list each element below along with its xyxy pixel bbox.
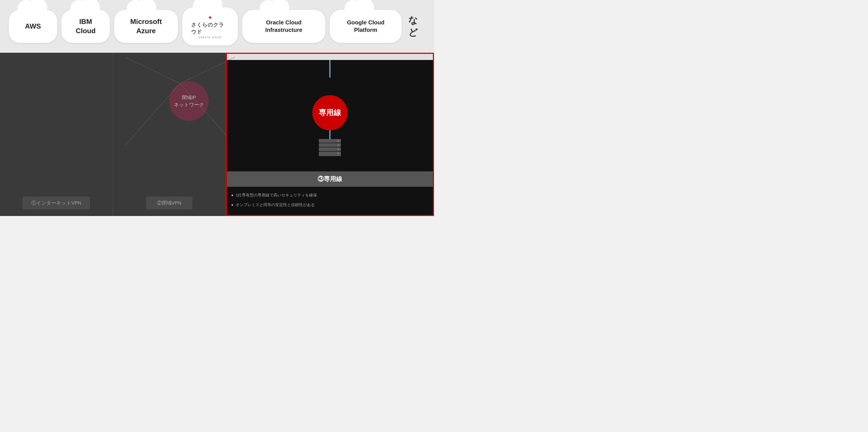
- server-layer-2: [319, 143, 341, 147]
- cloud-item-nado: など: [406, 14, 425, 39]
- desc-text-1: 1社専有型の専用線で高いセキュリティを確保: [236, 191, 317, 199]
- cloud-label-sakura: さくらのクラウド: [191, 21, 229, 35]
- dedicated-circle: 専用線: [312, 95, 347, 130]
- server-layer-4: [319, 152, 341, 156]
- top-connector-line: [329, 60, 331, 78]
- nado-label: など: [408, 14, 425, 39]
- dedicated-content: 専用線: [227, 60, 433, 171]
- cloud-item-ibm: IBM Cloud: [62, 10, 110, 43]
- desc-text-2: オンプレミスと同等の安定性と信頼性がある: [236, 201, 315, 209]
- cloud-shape-sakura: ✦ さくらのクラウド sakura cloud: [182, 7, 238, 46]
- vpn2-label: ②閉域VPN: [146, 197, 192, 209]
- cloud-label-gcp: Google Cloud Platform: [338, 19, 393, 34]
- closed-ip-circle: 閉域IPネットワーク: [169, 81, 209, 121]
- cloud-shape-ibm: IBM Cloud: [62, 10, 110, 43]
- bullet-1: ●: [231, 191, 234, 199]
- sakura-icon: ✦: [208, 14, 213, 21]
- server-layer-3: [319, 147, 341, 151]
- cloud-label-aws: AWS: [25, 22, 41, 31]
- bottom-section: ①インターネットVPN 閉域IPネットワーク ②閉域VPN: [0, 53, 434, 216]
- panel-closed-vpn: 閉域IPネットワーク ②閉域VPN: [113, 53, 226, 216]
- vpn1-label: ①インターネットVPN: [23, 197, 90, 209]
- sakura-logo: ✦ さくらのクラウド sakura cloud: [191, 14, 229, 39]
- server-icon-wrapper: [319, 139, 341, 157]
- sakura-sub: sakura cloud: [199, 35, 221, 39]
- closed-ip-label: 閉域IPネットワーク: [174, 94, 204, 108]
- server-layer-1: [319, 139, 341, 143]
- server-icon: [319, 139, 341, 157]
- cloud-shape-oracle: Oracle Cloud Infrastructure: [242, 10, 325, 43]
- cloud-label-ibm: IBM Cloud: [70, 17, 101, 35]
- panel-dedicated: 専用線 ③専用線 ●: [226, 53, 434, 216]
- dedicated-circle-label: 専用線: [319, 108, 341, 118]
- svg-line-0: [125, 57, 180, 84]
- cloud-label-oracle: Oracle Cloud Infrastructure: [251, 19, 316, 34]
- cloud-item-azure: Microsoft Azure: [114, 10, 178, 43]
- dedicated-top-bar: [227, 54, 433, 60]
- cloud-label-azure: Microsoft Azure: [123, 17, 169, 35]
- cloud-item-gcp: Google Cloud Platform: [330, 10, 402, 43]
- desc-item-2: ● オンプレミスと同等の安定性と信頼性がある: [231, 201, 429, 209]
- cloud-item-aws: AWS: [9, 10, 57, 43]
- cloud-item-oracle: Oracle Cloud Infrastructure: [242, 10, 325, 43]
- cloud-shape-gcp: Google Cloud Platform: [330, 10, 402, 43]
- dedicated-section-label: ③専用線: [227, 171, 433, 187]
- bottom-inner: ①インターネットVPN 閉域IPネットワーク ②閉域VPN: [0, 53, 434, 216]
- cloud-section: AWS IBM Cloud Microsoft Azure ✦ さくらのクラウド…: [0, 0, 434, 53]
- cloud-item-sakura: ✦ さくらのクラウド sakura cloud: [182, 7, 238, 46]
- bullet-2: ●: [231, 201, 234, 209]
- dedicated-description: ● 1社専有型の専用線で高いセキュリティを確保 ● オンプレミスと同等の安定性と…: [227, 187, 433, 215]
- mid-connector-line: [329, 130, 331, 139]
- desc-item-1: ● 1社専有型の専用線で高いセキュリティを確保: [231, 191, 429, 199]
- panel-internet-vpn: ①インターネットVPN: [0, 53, 113, 216]
- cloud-shape-azure: Microsoft Azure: [114, 10, 178, 43]
- cloud-shape-aws: AWS: [9, 10, 57, 43]
